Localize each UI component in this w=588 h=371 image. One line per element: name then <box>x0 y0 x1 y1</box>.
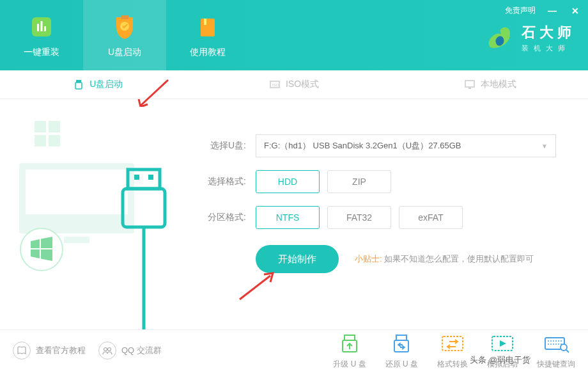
mode-tabs: U盘启动 ISO ISO模式 本地模式 <box>0 70 588 99</box>
bottom-links: 查看官方教程 QQ 交流群 <box>13 342 162 359</box>
start-create-button[interactable]: 开始制作 <box>256 245 339 273</box>
svg-rect-17 <box>49 135 60 146</box>
tool-format-convert[interactable]: 格式转换 <box>437 332 468 370</box>
red-arrow-1-icon <box>137 75 176 107</box>
svg-point-27 <box>104 348 107 351</box>
tool-upgrade-usb[interactable]: 升级 U 盘 <box>333 332 366 370</box>
format-option-zip[interactable]: ZIP <box>327 170 391 193</box>
svg-rect-32 <box>394 340 408 352</box>
svg-rect-29 <box>344 335 355 340</box>
qq-group-link[interactable]: QQ 交流群 <box>98 342 162 359</box>
tab-label: 本地模式 <box>481 79 516 90</box>
svg-rect-4 <box>121 15 128 19</box>
decoration-panel <box>0 99 179 329</box>
nav-usb-boot[interactable]: U盘启动 <box>83 0 166 70</box>
brand-logo: 石大师 装机大师 <box>483 22 575 53</box>
svg-rect-25 <box>123 189 165 227</box>
svg-rect-15 <box>49 121 60 132</box>
tool-label: 快捷键查询 <box>537 359 575 370</box>
nav-label: U盘启动 <box>108 47 141 58</box>
usb-select-value: F:G:（hd1） USB SanDisk 3.2Gen1（U盘）27.65GB <box>264 140 461 152</box>
brand-name: 石大师 <box>522 23 575 42</box>
svg-point-28 <box>108 348 111 351</box>
restore-usb-icon <box>389 332 414 355</box>
tab-iso-mode[interactable]: ISO ISO模式 <box>196 70 392 99</box>
brand-subtitle: 装机大师 <box>522 43 575 53</box>
windows-badge-icon <box>19 227 64 272</box>
svg-rect-9 <box>75 83 82 89</box>
svg-text:ISO: ISO <box>272 83 279 87</box>
nav-label: 使用教程 <box>190 47 226 58</box>
nav-tutorial[interactable]: 使用教程 <box>166 0 249 70</box>
svg-rect-14 <box>35 121 46 132</box>
svg-rect-6 <box>201 19 215 36</box>
svg-rect-3 <box>44 26 46 31</box>
format-row: 选择格式: HDD ZIP <box>198 170 569 193</box>
partition-option-exfat[interactable]: exFAT <box>399 206 463 229</box>
people-circle-icon <box>98 342 116 359</box>
tab-local-mode[interactable]: 本地模式 <box>392 70 588 99</box>
partition-row: 分区格式: NTFS FAT32 exFAT <box>198 206 569 229</box>
book-icon <box>194 13 222 42</box>
iso-icon: ISO <box>269 79 281 90</box>
svg-rect-23 <box>134 175 139 180</box>
bottom-tools: 升级 U 盘 还原 U 盘 格式转换 模拟启动 快捷键查询 <box>333 332 575 370</box>
disclaimer-link[interactable]: 免责声明 <box>505 5 536 16</box>
nav-label: 一键重装 <box>24 47 59 58</box>
keyboard-search-icon <box>543 332 569 355</box>
link-label: 查看官方教程 <box>36 345 86 356</box>
svg-rect-13 <box>468 88 471 89</box>
red-arrow-2-icon <box>233 271 278 303</box>
format-option-hdd[interactable]: HDD <box>256 170 320 193</box>
partition-option-fat32[interactable]: FAT32 <box>327 206 391 229</box>
link-label: QQ 交流群 <box>121 345 162 356</box>
svg-rect-20 <box>64 237 89 243</box>
svg-rect-24 <box>148 175 153 180</box>
tab-label: ISO模式 <box>286 79 319 90</box>
app-header: 免责声明 — ✕ 一键重装 U盘启动 使用教程 石大师 装机大师 <box>0 0 588 70</box>
form-panel: 选择U盘: F:G:（hd1） USB SanDisk 3.2Gen1（U盘）2… <box>179 99 588 329</box>
simulate-boot-icon <box>490 332 515 355</box>
usb-cable-icon <box>115 163 173 329</box>
format-convert-icon <box>440 332 465 355</box>
svg-rect-16 <box>35 135 46 146</box>
close-button[interactable]: ✕ <box>569 6 582 16</box>
tip-text: 小贴士: 如果不知道怎么配置，使用默认配置即可 <box>355 253 534 265</box>
svg-rect-33 <box>442 336 463 351</box>
window-controls: 免责声明 — ✕ <box>505 5 582 16</box>
nav-reinstall[interactable]: 一键重装 <box>0 0 83 70</box>
partition-option-ntfs[interactable]: NTFS <box>256 206 320 229</box>
upgrade-usb-icon <box>337 332 362 355</box>
main-content: 选择U盘: F:G:（hd1） USB SanDisk 3.2Gen1（U盘）2… <box>0 99 588 329</box>
minimize-button[interactable]: — <box>545 6 559 16</box>
tool-label: 还原 U 盘 <box>385 359 418 370</box>
reinstall-icon <box>27 13 56 42</box>
svg-point-38 <box>561 344 567 351</box>
tip-content: 如果不知道怎么配置，使用默认配置即可 <box>384 254 534 264</box>
format-label: 选择格式: <box>198 176 246 187</box>
logo-icon <box>483 22 514 53</box>
usb-select-label: 选择U盘: <box>198 140 246 152</box>
svg-line-39 <box>566 350 569 352</box>
tip-label: 小贴士: <box>355 254 382 264</box>
tool-restore-usb[interactable]: 还原 U 盘 <box>385 332 418 370</box>
svg-rect-7 <box>204 19 206 25</box>
tutorial-link[interactable]: 查看官方教程 <box>13 342 86 359</box>
svg-rect-12 <box>465 81 474 87</box>
usb-shield-icon <box>111 13 139 42</box>
usb-select-dropdown[interactable]: F:G:（hd1） USB SanDisk 3.2Gen1（U盘）27.65GB <box>256 134 556 157</box>
svg-rect-1 <box>37 24 39 31</box>
windows-decor-icon <box>32 118 64 150</box>
book-circle-icon <box>13 342 31 359</box>
tab-label: U盘启动 <box>89 79 123 90</box>
usb-icon <box>73 79 84 90</box>
partition-label: 分区格式: <box>198 212 246 223</box>
usb-select-row: 选择U盘: F:G:（hd1） USB SanDisk 3.2Gen1（U盘）2… <box>198 134 569 157</box>
monitor-icon <box>464 79 476 90</box>
svg-rect-22 <box>128 170 160 189</box>
svg-rect-19 <box>26 170 128 214</box>
tool-label: 升级 U 盘 <box>333 359 366 370</box>
watermark: 头条 @弱电干货 <box>470 354 530 366</box>
tool-shortcut-query[interactable]: 快捷键查询 <box>537 332 575 370</box>
svg-rect-2 <box>41 21 43 31</box>
